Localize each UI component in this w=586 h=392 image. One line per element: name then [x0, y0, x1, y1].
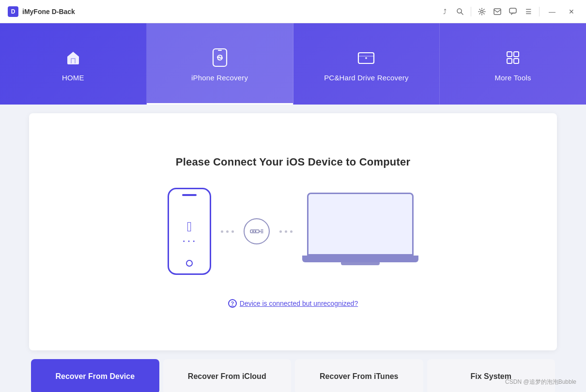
svg-point-2: [481, 10, 483, 13]
nav-iphone-recovery[interactable]: iPhone Recovery: [147, 23, 293, 105]
refresh-icon: [209, 46, 231, 69]
mail-icon[interactable]: [493, 7, 502, 16]
titlebar-right: ⤴ ☰ — ✕: [440, 5, 578, 18]
hard-drive-icon: [355, 46, 377, 69]
app-title: iMyFone D-Back: [22, 8, 75, 15]
dot-2: [226, 230, 229, 233]
dot-1: [221, 230, 223, 233]
recover-icloud-label: Recover From iCloud: [188, 372, 266, 381]
search-icon[interactable]: [455, 7, 465, 16]
laptop-graphic: [302, 193, 418, 270]
nav-more-tools-label: More Tools: [495, 74, 531, 82]
chat-icon[interactable]: [508, 7, 518, 16]
home-icon: [62, 46, 84, 69]
menu-icon[interactable]: ☰: [524, 7, 533, 16]
nav-iphone-recovery-label: iPhone Recovery: [191, 74, 248, 82]
separator-1: [471, 7, 471, 16]
laptop-base: [302, 256, 418, 262]
svg-rect-15: [255, 231, 256, 232]
svg-rect-9: [507, 52, 512, 57]
left-dots: [221, 230, 234, 233]
watermark: CSDN @追梦的泡泡Bubble: [505, 378, 576, 386]
minimize-button[interactable]: —: [545, 5, 559, 18]
dot-3: [231, 230, 234, 233]
nav-home-label: HOME: [62, 74, 84, 82]
app-logo: D: [8, 6, 18, 17]
svg-rect-14: [252, 231, 254, 232]
apple-logo-icon: : [187, 219, 192, 235]
help-link[interactable]: ? Device is connected but unrecognized?: [228, 299, 358, 308]
recover-from-itunes-button[interactable]: Recover From iTunes: [295, 359, 423, 392]
svg-point-7: [365, 57, 367, 59]
recover-device-label: Recover From Device: [55, 372, 135, 381]
fix-system-button[interactable]: Fix System: [427, 359, 555, 392]
question-icon: ?: [228, 299, 237, 308]
share-icon[interactable]: ⤴: [440, 7, 449, 16]
svg-rect-4: [509, 8, 516, 13]
close-button[interactable]: ✕: [565, 5, 578, 18]
svg-rect-10: [514, 52, 519, 57]
svg-line-1: [461, 13, 463, 15]
dot-4: [279, 230, 282, 233]
right-dots: [279, 230, 293, 233]
laptop-screen: [307, 193, 414, 256]
titlebar-left: D iMyFone D-Back: [8, 6, 75, 17]
help-link-text: Device is connected but unrecognized?: [240, 300, 358, 307]
device-illustration:  • • •: [168, 188, 418, 275]
dot-5: [285, 230, 287, 233]
recover-from-device-button[interactable]: Recover From Device: [31, 359, 159, 392]
nav-home[interactable]: HOME: [0, 23, 147, 105]
nav-pc-recovery[interactable]: PC&Hard Drive Recovery: [293, 23, 440, 105]
grid-icon: [502, 46, 524, 69]
nav-more-tools[interactable]: More Tools: [440, 23, 586, 105]
iphone-dots: • • •: [183, 239, 196, 244]
bottom-bar: Recover From Device Recover From iCloud …: [29, 359, 557, 392]
recover-itunes-label: Recover From iTunes: [320, 372, 398, 381]
nav-pc-recovery-label: PC&Hard Drive Recovery: [324, 74, 408, 82]
svg-rect-3: [494, 9, 501, 15]
settings-icon[interactable]: [477, 7, 487, 16]
navbar: HOME iPhone Recovery PC&Hard Drive Recov…: [0, 23, 586, 105]
recover-from-icloud-button[interactable]: Recover From iCloud: [163, 359, 292, 392]
dot-6: [290, 230, 293, 233]
svg-rect-12: [514, 59, 519, 63]
svg-rect-11: [507, 59, 512, 63]
usb-connector-icon: [244, 218, 270, 244]
separator-2: [539, 7, 540, 16]
iphone-graphic:  • • •: [168, 188, 211, 275]
main-content: Please Connect Your iOS Device to Comput…: [29, 113, 557, 350]
titlebar: D iMyFone D-Back ⤴: [0, 0, 586, 23]
connect-title: Please Connect Your iOS Device to Comput…: [176, 156, 410, 168]
